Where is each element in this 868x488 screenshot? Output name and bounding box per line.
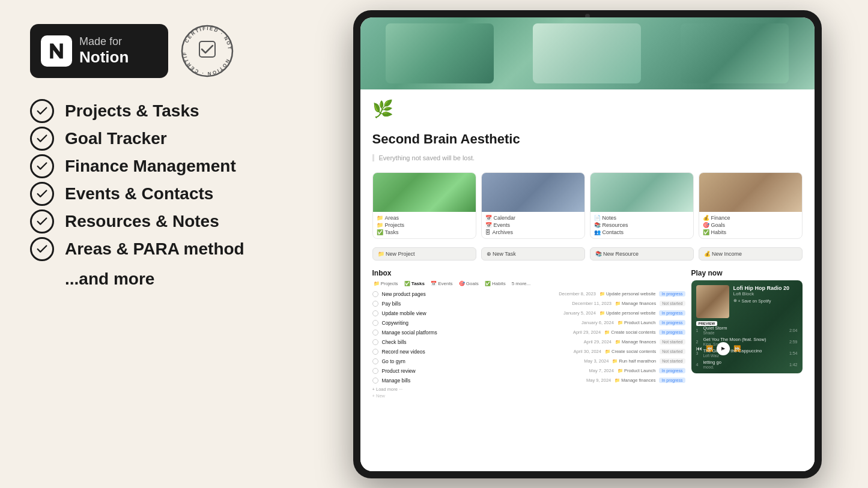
card-image-3 xyxy=(590,173,693,212)
task-check-1[interactable] xyxy=(372,291,378,297)
card-link-habits[interactable]: ✅ Habits xyxy=(703,229,798,235)
task-status-5: In progress xyxy=(659,330,685,335)
made-for-text: Made for Notion xyxy=(79,35,129,67)
new-resource-button[interactable]: 📚 New Resource xyxy=(590,247,694,261)
player-save-button[interactable]: ⊕ + Save on Spotify xyxy=(733,298,798,303)
page-title: Second Brain Aesthetic xyxy=(372,131,803,147)
card-link-archives[interactable]: 🗄 Archives xyxy=(485,229,581,235)
task-status-3: In progress xyxy=(659,310,685,316)
track-num-2: 2 xyxy=(696,340,701,344)
task-check-2[interactable] xyxy=(372,301,378,307)
inbox-tab-goals[interactable]: 🎯 Goals xyxy=(458,280,480,287)
task-project-10: 📁 Manage finances xyxy=(615,378,655,383)
task-check-9[interactable] xyxy=(372,368,378,374)
tablet-frame: 🌿 Second Brain Aesthetic Everything not … xyxy=(353,10,822,478)
track-name-1: Quiet Storm xyxy=(703,325,787,331)
task-status-9: In progress xyxy=(659,368,685,373)
play-now-title: Play now xyxy=(691,269,803,277)
certified-badge: CERTIFIED · NOTION NOTION · CERTIFIED xyxy=(180,24,234,78)
feature-label-resources: Resources & Notes xyxy=(65,211,219,232)
card-link-calendar[interactable]: 📅 Calendar xyxy=(485,215,581,221)
play-panel: Play now Lofi Hip Hop Radio 20 Lofi Bloc… xyxy=(691,269,803,462)
inbox-row-3: Update mobile view January 5, 2024 📁 Upd… xyxy=(372,309,685,318)
inbox-tab-events[interactable]: 📅 Events xyxy=(429,280,454,287)
card-link-goals[interactable]: 🎯 Goals xyxy=(703,222,798,228)
card-link-finance[interactable]: 💰 Finance xyxy=(703,215,798,221)
feature-item-goal-tracker: Goal Tracker xyxy=(30,127,282,151)
task-check-7[interactable] xyxy=(372,349,378,355)
track-name-2: Get You The Moon (feat. Snow) xyxy=(703,337,787,342)
feature-label-finance: Finance Management xyxy=(65,156,236,176)
made-for-notion-badge: Made for Notion xyxy=(30,24,168,78)
task-check-10[interactable] xyxy=(372,378,378,384)
track-item-2[interactable]: 2 Get You The Moon (feat. Snow) Kina, Sn… xyxy=(696,336,798,348)
inbox-tab-projects[interactable]: 📁 Projects xyxy=(372,280,399,287)
task-check-5[interactable] xyxy=(372,330,378,336)
task-status-1: In progress xyxy=(659,291,685,297)
inbox-tab-more[interactable]: 5 more... xyxy=(511,280,532,287)
inbox-tab-tasks[interactable]: ✅ Tasks xyxy=(403,280,426,287)
inbox-tab-habits[interactable]: ✅ Habits xyxy=(484,280,507,287)
feature-label-events: Events & Contacts xyxy=(65,184,213,204)
inbox-row-10: Manage bills May 9, 2024 📁 Manage financ… xyxy=(372,376,685,385)
track-item-1[interactable]: 1 Quiet Storm Shade 2:04 xyxy=(696,325,798,336)
task-project-2: 📁 Manage finances xyxy=(615,301,656,306)
track-item-3[interactable]: 3 The Girl With the Cappuccino Lofi Waiz… xyxy=(696,348,798,359)
notion-header-image xyxy=(360,17,815,89)
task-check-8[interactable] xyxy=(372,358,378,364)
task-name-7: Record new videos xyxy=(382,349,570,355)
new-project-button[interactable]: 📁 New Project xyxy=(372,247,476,261)
header-illustration xyxy=(360,17,815,89)
inbox-row-4: Copywriting January 6, 2024 📁 Product La… xyxy=(372,319,685,327)
notion-card-notes: 📄 Notes 📚 Resources 👥 Contacts xyxy=(590,172,694,239)
load-more[interactable]: + Load more ··· xyxy=(372,387,685,392)
card-links-1: 📁 Areas 📁 Projects ✅ Tasks xyxy=(373,212,476,238)
task-name-10: Manage bills xyxy=(382,378,583,384)
task-name-6: Check bills xyxy=(382,339,580,345)
card-link-tasks[interactable]: ✅ Tasks xyxy=(377,229,472,235)
new-income-button[interactable]: 💰 New Income xyxy=(699,247,803,261)
track-time-3: 1:54 xyxy=(789,351,798,355)
task-status-10: In progress xyxy=(659,378,685,383)
card-link-resources[interactable]: 📚 Resources xyxy=(594,222,690,228)
card-link-events[interactable]: 📅 Events xyxy=(485,222,581,228)
task-status-6: Not started xyxy=(660,339,685,345)
task-check-6[interactable] xyxy=(372,339,378,345)
track-info-1: Quiet Storm Shade xyxy=(703,325,787,335)
illustration-block-1 xyxy=(386,23,494,83)
feature-item-finance: Finance Management xyxy=(30,154,282,178)
badge-line1: Made for xyxy=(79,35,129,48)
card-link-notes[interactable]: 📄 Notes xyxy=(594,215,690,221)
tablet-screen: 🌿 Second Brain Aesthetic Everything not … xyxy=(360,17,815,471)
task-name-9: Product review xyxy=(382,368,586,374)
card-links-2: 📅 Calendar 📅 Events 🗄 Archives xyxy=(482,212,584,238)
badges-row: Made for Notion CERTIFIED · NOTION NOTIO… xyxy=(30,24,282,78)
track-list: 1 Quiet Storm Shade 2:04 2 xyxy=(696,325,798,370)
track-artist-4: mood. xyxy=(703,365,787,369)
track-time-4: 1:42 xyxy=(789,363,798,367)
track-num-4: 4 xyxy=(696,363,701,367)
task-status-2: Not started xyxy=(660,301,685,306)
card-link-projects[interactable]: 📁 Projects xyxy=(377,222,472,228)
task-check-4[interactable] xyxy=(372,320,378,326)
track-artist-3: Lofi Waiz xyxy=(703,354,787,358)
track-num-3: 3 xyxy=(696,351,701,355)
task-check-3[interactable] xyxy=(372,310,378,316)
inbox-rows: New product pages December 8, 2023 📁 Upd… xyxy=(372,290,685,385)
task-name-2: Pay bills xyxy=(382,301,569,307)
illustration-block-2 xyxy=(533,23,641,83)
more-text: ...and more xyxy=(65,270,282,289)
certified-checkmark-icon xyxy=(198,40,216,62)
track-name-3: The Girl With the Cappuccino xyxy=(703,348,787,354)
feature-item-projects-tasks: Projects & Tasks xyxy=(30,99,282,123)
player-info: Lofi Hip Hop Radio 20 Lofi Block ⊕ + Sav… xyxy=(733,285,798,304)
card-gallery: 📁 Areas 📁 Projects ✅ Tasks 📅 Calendar 📅 … xyxy=(372,172,803,239)
track-info-2: Get You The Moon (feat. Snow) Kina, Snow xyxy=(703,337,787,346)
track-item-4[interactable]: 4 letting go mood. 1:42 xyxy=(696,359,798,370)
task-name-8: Go to gym xyxy=(382,358,581,364)
task-date-1: December 8, 2023 xyxy=(559,291,596,297)
card-link-areas[interactable]: 📁 Areas xyxy=(377,215,472,221)
new-task-button[interactable]: ⊕ New Task xyxy=(481,247,585,261)
card-link-contacts[interactable]: 👥 Contacts xyxy=(594,229,690,235)
new-item[interactable]: + New xyxy=(372,393,685,399)
